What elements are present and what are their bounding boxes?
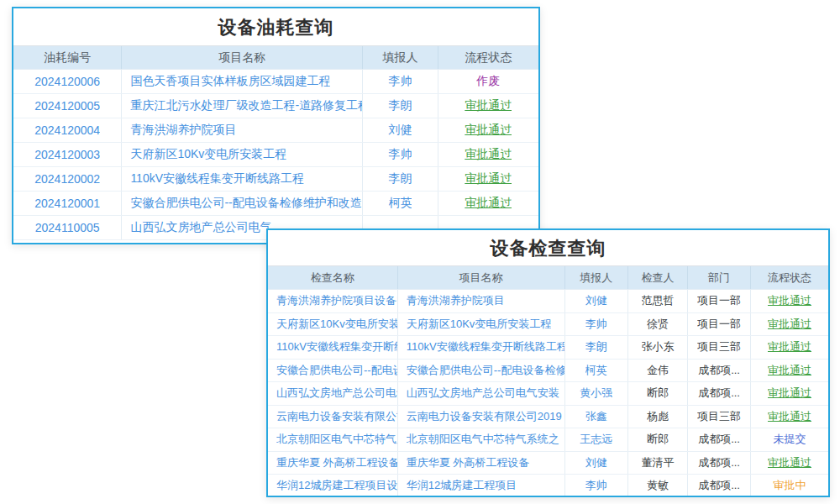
status-link[interactable]: 审批通过	[768, 339, 811, 354]
cell-inspector: 张小东	[628, 336, 688, 359]
cell-department-text: 成都项...	[698, 478, 740, 493]
cell-project-text[interactable]: 青海洪湖养护院项目	[130, 123, 236, 138]
cell-project-text[interactable]: 北京朝阳区电气中芯特气系统之	[407, 432, 559, 447]
cell-fuel-id-text[interactable]: 2024120001	[34, 197, 100, 210]
cell-inspection-name: 云南电力设备安装有限公司2019--设备	[268, 406, 398, 428]
status-link[interactable]: 审批通过	[768, 317, 811, 332]
cell-fuel-id: 2024120004	[13, 118, 122, 142]
cell-fuel-id-text[interactable]: 2024120002	[34, 172, 100, 186]
cell-project-text[interactable]: 重庆江北污水处理厂级改造工程-道路修复工程	[130, 98, 362, 113]
column-header-fuel-id: 油耗编号	[13, 46, 122, 69]
cell-inspector: 断郎	[628, 382, 688, 405]
cell-project-text[interactable]: 国色天香项目实体样板房区域园建工程	[130, 74, 330, 89]
cell-project-text[interactable]: 山西弘文房地产总公司电气	[130, 220, 271, 235]
cell-project-text[interactable]: 天府新区10Kv变电所安装工程	[407, 317, 552, 332]
cell-inspection-name: 安徽合肥供电公司--配电设备检修维护	[268, 360, 398, 382]
status-link[interactable]: 审批通过	[768, 455, 811, 470]
cell-inspection-name-text[interactable]: 天府新区10Kv变电所安装工程设备需用	[276, 317, 397, 332]
cell-fuel-id-text[interactable]: 2024120006	[34, 75, 100, 88]
cell-project: 110kV安徽线程集变开断线路工程	[398, 336, 565, 359]
cell-reporter-text[interactable]: 刘健	[585, 293, 607, 308]
cell-reporter-text[interactable]: 李帅	[388, 74, 412, 89]
status-link[interactable]: 审批通过	[465, 123, 512, 138]
cell-department-text: 成都项...	[698, 386, 740, 401]
cell-reporter-text[interactable]: 李朗	[388, 98, 412, 113]
cell-status: 作废	[438, 70, 538, 93]
status-link[interactable]: 审批通过	[768, 363, 811, 378]
cell-reporter-text[interactable]: 张鑫	[585, 409, 607, 424]
cell-project: 天府新区10Kv变电所安装工程	[398, 313, 565, 336]
status-link[interactable]: 审批通过	[465, 196, 512, 211]
status-link[interactable]: 审批中	[773, 478, 806, 493]
cell-reporter-text[interactable]: 王志远	[580, 432, 612, 447]
cell-inspector: 断郎	[628, 428, 688, 451]
cell-status: 审批通过	[751, 336, 828, 359]
cell-project: 重庆江北污水处理厂级改造工程-道路修复工程	[122, 94, 363, 118]
status-link[interactable]: 未提交	[773, 432, 806, 447]
cell-reporter-text[interactable]: 柯英	[585, 363, 607, 378]
cell-inspector-text: 断郎	[647, 432, 669, 447]
cell-reporter-text[interactable]: 刘健	[585, 455, 607, 470]
cell-inspector-text: 徐贤	[647, 317, 669, 332]
cell-reporter-text[interactable]: 李朗	[585, 339, 607, 354]
table-row: 重庆华夏 外高桥工程设备设备需用重庆华夏 外高桥工程设备刘健董清平成都项...审…	[268, 452, 828, 475]
cell-reporter-text[interactable]: 李帅	[585, 478, 607, 493]
cell-inspection-name-text[interactable]: 华润12城房建工程项目设备检查2	[276, 478, 397, 493]
cell-fuel-id-text[interactable]: 2024120003	[34, 148, 100, 161]
cell-reporter-text[interactable]: 黄小强	[580, 386, 612, 401]
cell-fuel-id-text[interactable]: 2024120005	[34, 99, 100, 113]
cell-status: 审批通过	[751, 360, 828, 382]
cell-project-text[interactable]: 天府新区10Kv变电所安装工程	[130, 147, 286, 162]
status-link[interactable]: 审批通过	[465, 98, 512, 113]
cell-project-text[interactable]: 华润12城房建工程项目	[407, 478, 517, 493]
status-link[interactable]: 作废	[476, 74, 500, 89]
cell-fuel-id-text[interactable]: 2024110005	[35, 221, 100, 234]
cell-project: 重庆华夏 外高桥工程设备	[398, 452, 565, 475]
cell-project-text[interactable]: 110kV安徽线程集变开断线路工程	[130, 171, 304, 186]
cell-project: 华润12城房建工程项目	[398, 475, 565, 497]
fuel-consumption-query-panel: 设备油耗查询 油耗编号 项目名称 填报人 流程状态 2024120006国色天香…	[12, 7, 540, 244]
cell-department: 成都项...	[688, 382, 751, 405]
cell-project-text[interactable]: 重庆华夏 外高桥工程设备	[407, 455, 530, 470]
cell-reporter: 柯英	[565, 360, 628, 382]
cell-reporter-text[interactable]: 李帅	[585, 317, 607, 332]
column-header-status: 流程状态	[438, 46, 538, 69]
cell-reporter-text[interactable]: 柯英	[388, 196, 412, 211]
cell-inspection-name-text[interactable]: 青海洪湖养护院项目设备需用计划	[276, 293, 397, 308]
cell-inspector-text: 金伟	[647, 363, 669, 378]
table-row: 110kV安徽线程集变开断线路工程计划110kV安徽线程集变开断线路工程李朗张小…	[268, 336, 828, 360]
cell-reporter-text[interactable]: 李帅	[388, 147, 412, 162]
cell-reporter-text[interactable]: 李朗	[388, 171, 412, 186]
cell-inspection-name-text[interactable]: 北京朝阳区电气中芯特气系统之GIS	[276, 432, 397, 447]
cell-inspector-text: 范思哲	[642, 293, 675, 308]
status-link[interactable]: 审批通过	[465, 147, 512, 162]
cell-inspection-name-text[interactable]: 安徽合肥供电公司--配电设备检修维护	[276, 363, 397, 378]
cell-department-text: 项目三部	[697, 339, 741, 354]
cell-reporter: 刘健	[363, 118, 438, 142]
cell-reporter: 李帅	[363, 143, 438, 166]
cell-inspection-name-text[interactable]: 重庆华夏 外高桥工程设备设备需用	[276, 455, 397, 470]
status-link[interactable]: 审批通过	[768, 409, 811, 424]
cell-inspection-name-text[interactable]: 110kV安徽线程集变开断线路工程计划	[276, 339, 397, 354]
status-link[interactable]: 审批通过	[768, 386, 811, 401]
status-link[interactable]: 审批通过	[768, 293, 811, 308]
cell-reporter: 张鑫	[565, 406, 628, 428]
status-link[interactable]: 审批通过	[465, 171, 512, 186]
cell-inspection-name-text[interactable]: 云南电力设备安装有限公司2019--设备	[276, 409, 397, 424]
cell-reporter: 王志远	[565, 428, 628, 451]
cell-project-text[interactable]: 110kV安徽线程集变开断线路工程	[407, 339, 564, 354]
cell-inspector-text: 断郎	[647, 386, 669, 401]
cell-project-text[interactable]: 云南电力设备安装有限公司2019	[407, 409, 562, 424]
cell-project-text[interactable]: 山西弘文房地产总公司电气安装	[407, 386, 559, 401]
cell-status: 未提交	[751, 428, 828, 451]
cell-inspection-name-text[interactable]: 山西弘文房地产总公司电气安装工程	[276, 386, 397, 401]
cell-reporter: 柯英	[363, 192, 438, 215]
cell-project-text[interactable]: 安徽合肥供电公司--配电设备检修维护和改造	[130, 196, 361, 211]
cell-project-text[interactable]: 安徽合肥供电公司--配电设备检修	[407, 363, 564, 378]
cell-fuel-id-text[interactable]: 2024120004	[34, 123, 100, 137]
cell-reporter-text[interactable]: 刘健	[388, 123, 412, 138]
cell-reporter: 李朗	[565, 336, 628, 359]
cell-project: 山西弘文房地产总公司电气安装	[398, 382, 565, 405]
cell-reporter: 刘健	[565, 290, 628, 312]
cell-project-text[interactable]: 青海洪湖养护院项目	[407, 293, 505, 308]
